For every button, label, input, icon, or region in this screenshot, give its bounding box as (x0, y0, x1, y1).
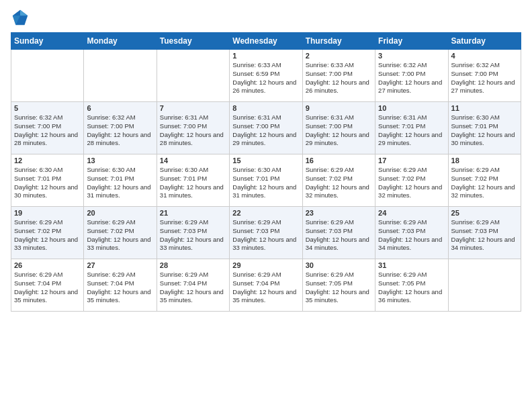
cell-info: Sunset: 7:00 PM (160, 122, 226, 131)
cell-info: Daylight: 12 hours and 34 minutes. (451, 236, 518, 253)
weekday-header: Monday (84, 33, 157, 50)
calendar-cell: 31Sunrise: 6:29 AMSunset: 7:05 PMDayligh… (375, 259, 448, 312)
calendar-cell: 19Sunrise: 6:29 AMSunset: 7:02 PMDayligh… (11, 207, 84, 259)
cell-info: Daylight: 12 hours and 33 minutes. (87, 236, 153, 253)
cell-info: Sunrise: 6:31 AM (306, 113, 372, 122)
cell-info: Sunset: 7:01 PM (14, 175, 81, 183)
cell-info: Sunrise: 6:29 AM (451, 166, 518, 175)
calendar-table: SundayMondayTuesdayWednesdayThursdayFrid… (11, 32, 521, 312)
cell-info: Sunset: 7:00 PM (14, 122, 81, 131)
cell-info: Sunrise: 6:29 AM (160, 218, 226, 227)
day-number: 5 (14, 104, 81, 112)
cell-info: Sunrise: 6:30 AM (451, 113, 518, 122)
cell-info: Sunset: 7:04 PM (87, 279, 153, 288)
cell-info: Daylight: 12 hours and 27 minutes. (451, 79, 518, 96)
weekday-header: Sunday (11, 33, 84, 50)
calendar-cell: 15Sunrise: 6:30 AMSunset: 7:01 PMDayligh… (230, 154, 302, 207)
cell-info: Daylight: 12 hours and 33 minutes. (232, 236, 299, 253)
cell-info: Sunrise: 6:30 AM (14, 166, 81, 175)
logo (11, 8, 32, 27)
day-number: 6 (87, 104, 153, 112)
day-number: 23 (306, 209, 372, 217)
cell-info: Sunset: 7:03 PM (306, 227, 372, 236)
day-number: 8 (232, 104, 299, 112)
calendar-cell: 25Sunrise: 6:29 AMSunset: 7:03 PMDayligh… (448, 207, 521, 259)
cell-info: Daylight: 12 hours and 31 minutes. (160, 183, 226, 201)
cell-info: Sunset: 7:01 PM (451, 122, 518, 131)
cell-info: Daylight: 12 hours and 29 minutes. (378, 131, 445, 148)
calendar-cell: 4Sunrise: 6:32 AMSunset: 7:00 PMDaylight… (448, 50, 521, 102)
cell-info: Daylight: 12 hours and 27 minutes. (378, 79, 445, 96)
cell-info: Sunset: 6:59 PM (232, 70, 299, 79)
calendar-week-row: 5Sunrise: 6:32 AMSunset: 7:00 PMDaylight… (11, 102, 521, 154)
cell-info: Sunset: 7:04 PM (160, 279, 226, 288)
cell-info: Daylight: 12 hours and 26 minutes. (306, 79, 372, 96)
calendar-cell: 5Sunrise: 6:32 AMSunset: 7:00 PMDaylight… (11, 102, 84, 154)
cell-info: Sunrise: 6:32 AM (378, 61, 445, 70)
cell-info: Sunrise: 6:29 AM (232, 271, 299, 279)
cell-info: Sunset: 7:04 PM (232, 279, 299, 288)
cell-info: Sunrise: 6:31 AM (232, 113, 299, 122)
calendar-cell: 24Sunrise: 6:29 AMSunset: 7:03 PMDayligh… (375, 207, 448, 259)
cell-info: Sunset: 7:02 PM (306, 175, 372, 183)
cell-info: Daylight: 12 hours and 36 minutes. (378, 288, 445, 306)
cell-info: Sunset: 7:00 PM (232, 122, 299, 131)
day-number: 28 (160, 261, 226, 269)
calendar-cell: 27Sunrise: 6:29 AMSunset: 7:04 PMDayligh… (84, 259, 157, 312)
cell-info: Sunrise: 6:29 AM (451, 218, 518, 227)
cell-info: Sunset: 7:05 PM (306, 279, 372, 288)
svg-marker-1 (20, 10, 28, 15)
cell-info: Sunset: 7:00 PM (306, 70, 372, 79)
cell-info: Sunrise: 6:32 AM (451, 61, 518, 70)
header-row: SundayMondayTuesdayWednesdayThursdayFrid… (11, 33, 521, 50)
cell-info: Sunrise: 6:29 AM (306, 271, 372, 279)
cell-info: Daylight: 12 hours and 26 minutes. (232, 79, 299, 96)
calendar-cell: 10Sunrise: 6:31 AMSunset: 7:01 PMDayligh… (375, 102, 448, 154)
calendar-cell (157, 50, 229, 102)
day-number: 19 (14, 209, 81, 217)
calendar-week-row: 26Sunrise: 6:29 AMSunset: 7:04 PMDayligh… (11, 259, 521, 312)
cell-info: Daylight: 12 hours and 29 minutes. (306, 131, 372, 148)
calendar-cell: 13Sunrise: 6:30 AMSunset: 7:01 PMDayligh… (84, 154, 157, 207)
cell-info: Sunset: 7:01 PM (232, 175, 299, 183)
cell-info: Sunset: 7:03 PM (232, 227, 299, 236)
calendar-cell: 28Sunrise: 6:29 AMSunset: 7:04 PMDayligh… (157, 259, 229, 312)
cell-info: Sunrise: 6:29 AM (378, 271, 445, 279)
cell-info: Sunset: 7:02 PM (87, 227, 153, 236)
calendar-cell: 2Sunrise: 6:33 AMSunset: 7:00 PMDaylight… (302, 50, 375, 102)
day-number: 26 (14, 261, 81, 269)
day-number: 15 (232, 156, 299, 165)
cell-info: Daylight: 12 hours and 35 minutes. (87, 288, 153, 306)
cell-info: Sunset: 7:02 PM (378, 175, 445, 183)
cell-info: Daylight: 12 hours and 32 minutes. (378, 183, 445, 201)
cell-info: Daylight: 12 hours and 35 minutes. (232, 288, 299, 306)
cell-info: Daylight: 12 hours and 34 minutes. (378, 236, 445, 253)
header (11, 8, 521, 27)
weekday-header: Saturday (448, 33, 521, 50)
calendar-cell (448, 259, 521, 312)
day-number: 27 (87, 261, 153, 269)
cell-info: Sunrise: 6:29 AM (14, 218, 81, 227)
day-number: 10 (378, 104, 445, 112)
day-number: 3 (378, 52, 445, 60)
calendar-cell: 1Sunrise: 6:33 AMSunset: 6:59 PMDaylight… (230, 50, 302, 102)
cell-info: Daylight: 12 hours and 34 minutes. (306, 236, 372, 253)
calendar-cell: 30Sunrise: 6:29 AMSunset: 7:05 PMDayligh… (302, 259, 375, 312)
cell-info: Sunrise: 6:30 AM (87, 166, 153, 175)
calendar-week-row: 12Sunrise: 6:30 AMSunset: 7:01 PMDayligh… (11, 154, 521, 207)
cell-info: Sunrise: 6:29 AM (87, 271, 153, 279)
day-number: 18 (451, 156, 518, 165)
cell-info: Sunrise: 6:29 AM (232, 218, 299, 227)
day-number: 17 (378, 156, 445, 165)
calendar-cell: 6Sunrise: 6:32 AMSunset: 7:00 PMDaylight… (84, 102, 157, 154)
day-number: 20 (87, 209, 153, 217)
day-number: 13 (87, 156, 153, 165)
calendar-cell: 3Sunrise: 6:32 AMSunset: 7:00 PMDaylight… (375, 50, 448, 102)
calendar-cell: 16Sunrise: 6:29 AMSunset: 7:02 PMDayligh… (302, 154, 375, 207)
cell-info: Sunset: 7:01 PM (160, 175, 226, 183)
cell-info: Daylight: 12 hours and 29 minutes. (232, 131, 299, 148)
day-number: 22 (232, 209, 299, 217)
calendar-week-row: 1Sunrise: 6:33 AMSunset: 6:59 PMDaylight… (11, 50, 521, 102)
calendar-cell: 9Sunrise: 6:31 AMSunset: 7:00 PMDaylight… (302, 102, 375, 154)
day-number: 2 (306, 52, 372, 60)
